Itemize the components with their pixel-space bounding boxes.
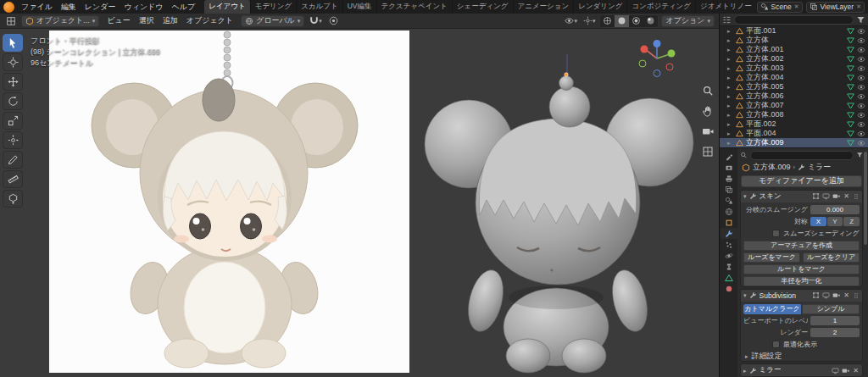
collapse-icon[interactable]: ▾ [743, 292, 747, 298]
proportional-editing-icon[interactable] [327, 15, 340, 27]
mark-root-button[interactable]: ルートをマーク [743, 264, 860, 274]
props-tab-particles[interactable] [721, 239, 737, 250]
viewport-menu-item[interactable]: ビュー [103, 15, 134, 26]
editmode-toggle-icon[interactable] [812, 192, 820, 200]
render-levels-field[interactable]: 2 [810, 328, 860, 337]
camera-view-icon[interactable] [702, 125, 714, 137]
mode-dropdown[interactable]: オブジェクト... ▾ [21, 15, 99, 27]
workspace-tab[interactable]: スカルプト [297, 0, 343, 14]
equalize-radii-button[interactable]: 半径を均一化 [743, 276, 860, 286]
gizmos-dropdown-icon[interactable]: ▾ [581, 15, 598, 27]
branch-smoothing-field[interactable]: 0.000 [810, 205, 860, 214]
shading-solid-icon[interactable] [615, 15, 629, 27]
props-tab-tool[interactable] [721, 151, 737, 162]
disclosure-icon[interactable]: ▸ [727, 28, 733, 35]
props-tab-viewlayer[interactable] [721, 184, 737, 195]
visibility-eye-icon[interactable] [857, 64, 865, 73]
close-icon[interactable]: ✕ [852, 367, 860, 374]
tool-scale[interactable] [3, 112, 23, 130]
workspace-tab[interactable]: モデリング [251, 0, 298, 14]
zoom-icon[interactable] [702, 85, 714, 97]
viewport-3d[interactable]: フロント・平行投影 (98) シーンコレクション | 立方体.699 96センチ… [0, 29, 719, 377]
realtime-toggle-icon[interactable] [822, 291, 830, 299]
object-name[interactable]: 立方体.009 [746, 137, 844, 147]
editor-type-icon[interactable] [4, 15, 18, 27]
render-toggle-icon[interactable] [832, 192, 840, 200]
tool-options-dropdown[interactable]: オプション ▾ [661, 15, 715, 27]
optimal-display-checkbox[interactable] [772, 341, 780, 348]
symmetry-axis-toggle[interactable]: X [810, 217, 826, 226]
realtime-toggle-icon[interactable] [822, 192, 830, 200]
render-toggle-icon[interactable] [842, 367, 849, 374]
props-tab-output[interactable] [721, 173, 737, 184]
symmetry-axis-toggle[interactable]: Y [827, 217, 843, 226]
scene-unlink-icon[interactable]: ✕ [794, 3, 799, 10]
disclosure-icon[interactable]: ▸ [727, 93, 733, 100]
props-tab-data[interactable] [721, 272, 737, 283]
visibility-eye-icon[interactable] [857, 83, 865, 91]
props-tab-modifiers[interactable] [721, 228, 737, 239]
workspace-tab[interactable]: アニメーション [514, 0, 575, 14]
add-modifier-button[interactable]: モディファイアーを追加 [741, 175, 862, 187]
render-toggle-icon[interactable] [832, 291, 840, 299]
tool-add-primitive[interactable] [3, 190, 23, 208]
filter-funnel-icon[interactable] [856, 15, 865, 25]
catmull-clark-button[interactable]: カトマルクラーク [743, 304, 801, 314]
symmetry-axis-toggle[interactable]: Z [843, 217, 860, 226]
filter-funnel-icon[interactable] [856, 151, 864, 159]
disclosure-icon[interactable]: ▸ [727, 140, 733, 147]
visibility-eye-icon[interactable] [857, 92, 865, 101]
disclosure-icon[interactable]: ▸ [727, 37, 733, 44]
visibility-eye-icon[interactable] [857, 74, 865, 82]
close-icon[interactable]: ✕ [843, 291, 850, 299]
visibility-eye-icon[interactable] [857, 102, 865, 110]
visibility-eye-icon[interactable] [857, 139, 865, 147]
disclosure-icon[interactable]: ▸ [727, 121, 733, 128]
drag-handle-icon[interactable] [853, 291, 860, 300]
tool-rotate[interactable] [3, 92, 23, 110]
modifier-name[interactable]: Subdivision [760, 291, 796, 300]
menubar-item[interactable]: ヘルプ [168, 2, 200, 13]
workspace-tab[interactable]: UV編集 [343, 0, 377, 14]
realtime-toggle-icon[interactable] [832, 367, 839, 374]
viewport-levels-field[interactable]: 1 [810, 316, 860, 325]
smooth-shading-checkbox[interactable] [772, 230, 780, 237]
mirror-panel-header[interactable]: ▸ ミラー ✕ [741, 364, 862, 376]
visibility-eye-icon[interactable] [857, 120, 865, 129]
visibility-eye-icon[interactable] [857, 55, 865, 64]
outliner-row[interactable]: ▸ 立方体.009 [720, 138, 868, 147]
mark-loose-button[interactable]: ルーズをマーク [743, 252, 800, 263]
outliner-editor-icon[interactable] [722, 15, 732, 25]
visibility-dropdown-icon[interactable]: ▾ [563, 15, 579, 27]
transform-orientation-dropdown[interactable]: グローバル ▾ [241, 15, 304, 27]
viewport-menu-item[interactable]: 選択 [135, 15, 159, 26]
menubar-item[interactable]: レンダー [81, 2, 120, 13]
shading-wireframe-icon[interactable] [600, 15, 615, 27]
props-tab-constraints[interactable] [721, 261, 737, 272]
skin-panel-header[interactable]: ▾ スキン ✕ [741, 191, 862, 202]
workspace-tab[interactable]: コンポジティング [627, 0, 696, 14]
breadcrumb-modifier[interactable]: ミラー [808, 162, 831, 173]
workspace-tab[interactable]: テクスチャペイント [377, 0, 453, 14]
outliner-search-input[interactable] [734, 15, 854, 25]
menubar-item[interactable]: ウィンドウ [120, 2, 167, 13]
props-tab-object[interactable] [721, 217, 737, 228]
viewlayer-selector[interactable]: ViewLayer ✕ [806, 2, 865, 13]
menubar-item[interactable]: ファイル [17, 2, 57, 13]
disclosure-icon[interactable]: ▸ [727, 65, 733, 72]
blender-logo-icon[interactable] [3, 2, 14, 13]
close-icon[interactable]: ✕ [843, 192, 850, 200]
workspace-tab[interactable]: レンダリング [574, 0, 627, 14]
tool-annotate[interactable] [3, 151, 23, 169]
disclosure-icon[interactable]: ▸ [727, 112, 733, 119]
pan-hand-icon[interactable] [702, 105, 714, 117]
properties-search-input[interactable] [750, 151, 854, 160]
workspace-tab[interactable]: レイアウト [204, 0, 251, 14]
visibility-eye-icon[interactable] [857, 111, 865, 119]
props-tab-world[interactable] [721, 206, 737, 217]
disclosure-icon[interactable]: ▸ [727, 56, 733, 63]
visibility-eye-icon[interactable] [857, 130, 865, 138]
subdivision-panel-header[interactable]: ▾ Subdivision ✕ [741, 290, 862, 302]
disclosure-icon[interactable]: ▸ [727, 47, 733, 53]
simple-button[interactable]: シンプル [802, 304, 860, 314]
